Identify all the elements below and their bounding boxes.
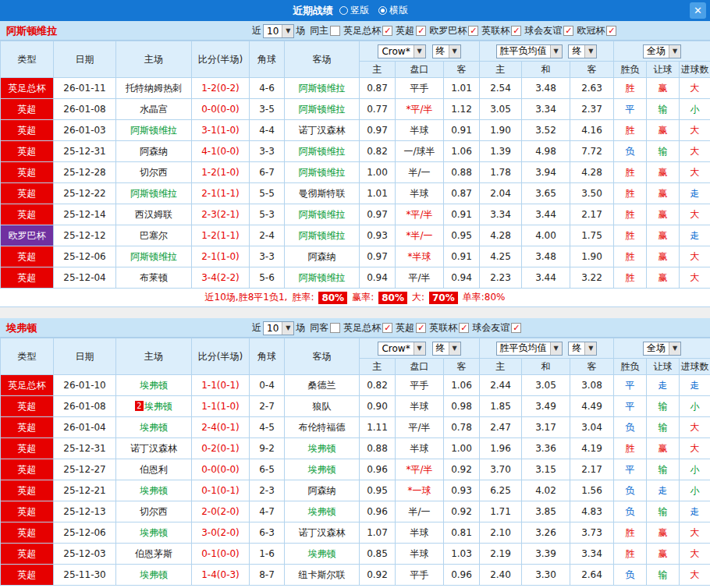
goals-result-cell: 走	[680, 183, 710, 204]
home-team-name: 埃弗顿	[140, 569, 168, 580]
check-icon: ✓	[565, 27, 572, 35]
odds-away-cell: 0.92	[444, 501, 480, 522]
radio-horizontal[interactable]: 横版	[378, 4, 408, 17]
col-odds-line: 盘口	[396, 359, 444, 375]
avg-odds-select[interactable]: 胜平负均值 ▼	[496, 44, 563, 58]
handicap-line-cell: 半/一	[396, 501, 444, 522]
home-team-name: 巴塞尔	[140, 230, 168, 241]
checkbox[interactable]: ✓	[511, 26, 521, 36]
score-cell: 0-0(0-0)	[192, 459, 250, 480]
checkbox[interactable]	[330, 323, 340, 333]
odds-away-cell: 0.91	[444, 246, 480, 267]
handicap-result-cell: 输	[647, 396, 680, 417]
handicap-result-cell: 输	[647, 459, 680, 480]
date-cell: 25-12-13	[54, 501, 116, 522]
odds-time-select[interactable]: 终 ▼	[432, 44, 461, 58]
avg-home-cell: 2.47	[480, 417, 522, 438]
checkbox[interactable]: ✓	[382, 26, 392, 36]
match-row: 英超 25-12-04 布莱顿 3-4(2-2) 5-6 阿斯顿维拉 0.94 …	[1, 267, 710, 289]
match-count-select[interactable]: 10 ▼	[263, 24, 294, 38]
scope-select[interactable]: 全场 ▼	[643, 342, 681, 356]
filter-item[interactable]: 英足总杯 ✓	[343, 24, 392, 37]
filter-label: 欧罗巴杯	[429, 24, 467, 37]
odds-home-cell: 0.88	[360, 438, 396, 459]
avg-home-cell: 2.04	[480, 183, 522, 204]
goals-result-cell: 小	[680, 99, 710, 120]
filter-item[interactable]: 英足总杯 ✓	[343, 321, 392, 335]
avg-away-cell: 2.17	[570, 459, 614, 480]
away-team-cell: 布伦特福德	[285, 417, 360, 438]
filter-list: 同主 英足总杯 ✓ 英超 ✓ 欧罗巴杯 ✓	[307, 24, 616, 37]
section-header: 埃弗顿 近 10 ▼ 场 同客 英足总杯 ✓	[0, 318, 710, 338]
checkbox[interactable]: ✓	[563, 26, 573, 36]
filter-item[interactable]: 同主	[310, 24, 340, 37]
away-team-name: 阿斯顿维拉	[299, 167, 346, 178]
filter-item[interactable]: 英联杯 ✓	[481, 24, 521, 37]
scope-select[interactable]: 全场 ▼	[643, 44, 681, 58]
checkbox[interactable]: ✓	[416, 323, 426, 333]
near-label: 近	[252, 321, 261, 335]
col-avg-draw: 和	[522, 359, 570, 375]
odds-time-select[interactable]: 终 ▼	[432, 342, 461, 356]
handicap-result-cell: 输	[647, 99, 680, 120]
away-team-name: 曼彻斯特联	[299, 188, 346, 199]
avg-odds-select[interactable]: 胜平负均值 ▼	[496, 342, 563, 356]
avg-home-cell: 2.19	[480, 544, 522, 565]
chevron-down-icon: ▼	[550, 342, 562, 355]
away-team-name: 阿斯顿维拉	[299, 146, 346, 157]
odds-away-cell: 0.93	[444, 480, 480, 501]
bookmaker-select[interactable]: Crow* ▼	[378, 44, 425, 58]
score-cell: 1-1(0-1)	[192, 375, 250, 396]
home-team-name: 切尔西	[140, 167, 168, 178]
close-icon[interactable]: ✕	[690, 2, 706, 19]
match-count-select[interactable]: 10 ▼	[263, 321, 294, 335]
home-team-cell: 阿森纳	[116, 141, 192, 162]
checkbox[interactable]: ✓	[416, 26, 426, 36]
radio-vertical[interactable]: 竖版	[339, 4, 369, 17]
date-cell: 25-12-14	[54, 204, 116, 225]
corner-cell: 5-6	[250, 267, 285, 289]
away-team-cell: 阿斯顿维拉	[285, 267, 360, 289]
filter-item[interactable]: 球会友谊 ✓	[472, 321, 521, 335]
checkbox[interactable]: ✓	[382, 323, 392, 333]
date-cell: 26-01-08	[54, 396, 116, 417]
chevron-down-icon: ▼	[282, 322, 293, 335]
home-team-cell: 托特纳姆热刺	[116, 78, 192, 99]
date-cell: 25-12-03	[54, 544, 116, 565]
filter-controls: 近 10 ▼ 场 同主 英足总杯 ✓	[251, 21, 617, 41]
home-team-cell: 阿斯顿维拉	[116, 183, 192, 204]
checkbox[interactable]: ✓	[606, 26, 616, 36]
filter-item[interactable]: 欧罗巴杯 ✓	[429, 24, 478, 37]
filter-item[interactable]: 英联杯 ✓	[429, 321, 469, 335]
filter-item[interactable]: 球会友谊 ✓	[524, 24, 573, 37]
topbar: 近期战绩 竖版 横版 ✕	[0, 0, 710, 21]
away-team-name: 埃弗顿	[308, 506, 336, 517]
handicap-result-cell: 赢	[647, 267, 680, 289]
result-cell: 胜	[614, 544, 647, 565]
date-cell: 26-01-11	[54, 78, 116, 99]
score-cell: 1-1(1-0)	[192, 396, 250, 417]
matches-table: 类型 日期 主场 比分(半场) 角球 客场 Crow* ▼ 终 ▼	[0, 338, 710, 586]
filter-label: 英超	[396, 321, 414, 335]
odds-home-cell: 0.96	[360, 501, 396, 522]
filter-item[interactable]: 英超 ✓	[396, 321, 426, 335]
filter-item[interactable]: 欧冠杯 ✓	[577, 24, 616, 37]
filter-item[interactable]: 英超 ✓	[396, 24, 426, 37]
corner-cell: 3-5	[250, 99, 285, 120]
col-goals: 进球数	[680, 359, 710, 375]
checkbox[interactable]: ✓	[511, 323, 521, 333]
avg-time-select[interactable]: 终 ▼	[568, 342, 597, 356]
score-cell: 2-0(2-0)	[192, 501, 250, 522]
bookmaker-select[interactable]: Crow* ▼	[378, 342, 425, 356]
home-team-cell: 诺丁汉森林	[116, 438, 192, 459]
competition-cell: 英超	[1, 246, 54, 267]
home-team-name: 阿斯顿维拉	[130, 251, 177, 262]
filter-item[interactable]: 同客	[310, 321, 340, 335]
checkbox[interactable]: ✓	[468, 26, 478, 36]
competition-cell: 英超	[1, 162, 54, 183]
checkbox[interactable]: ✓	[459, 323, 469, 333]
scope-value: 全场	[644, 45, 669, 58]
away-team-cell: 纽卡斯尔联	[285, 565, 360, 586]
avg-time-select[interactable]: 终 ▼	[568, 44, 597, 58]
checkbox[interactable]	[330, 26, 340, 36]
